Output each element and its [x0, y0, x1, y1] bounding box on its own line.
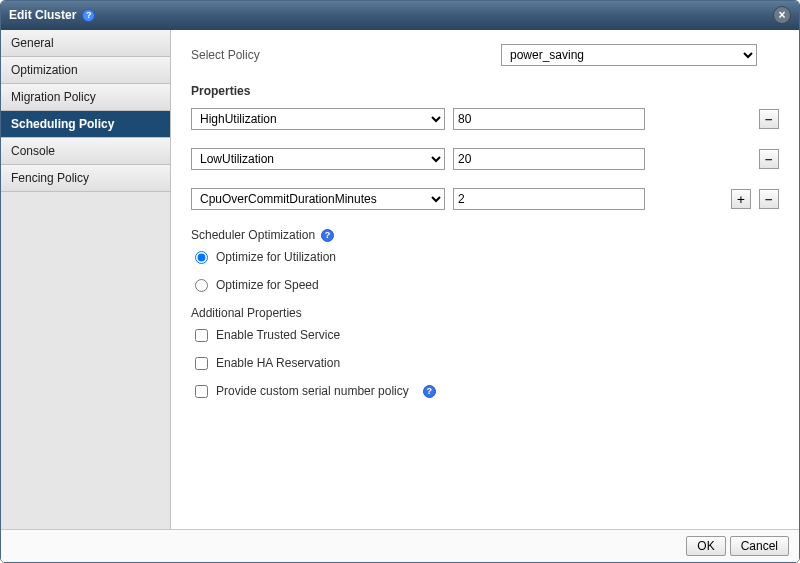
help-icon[interactable]: ?	[423, 385, 436, 398]
property-value-input[interactable]	[453, 188, 645, 210]
content-pane: Select Policy power_saving Properties Hi…	[171, 30, 799, 529]
dialog-title: Edit Cluster	[9, 8, 76, 22]
select-policy-dropdown[interactable]: power_saving	[501, 44, 757, 66]
additional-prop-row: Enable Trusted Service	[195, 328, 779, 342]
help-icon[interactable]: ?	[82, 9, 95, 22]
scheduler-option-label: Optimize for Utilization	[216, 250, 336, 264]
property-name-dropdown[interactable]: LowUtilization	[191, 148, 445, 170]
remove-property-button[interactable]: −	[759, 189, 779, 209]
remove-property-button[interactable]: −	[759, 109, 779, 129]
properties-heading: Properties	[191, 84, 779, 98]
property-name-dropdown[interactable]: CpuOverCommitDurationMinutes	[191, 188, 445, 210]
additional-prop-checkbox[interactable]	[195, 357, 208, 370]
help-icon[interactable]: ?	[321, 229, 334, 242]
additional-prop-checkbox[interactable]	[195, 385, 208, 398]
titlebar: Edit Cluster ? ×	[1, 1, 799, 30]
additional-prop-checkbox[interactable]	[195, 329, 208, 342]
sidebar-item-migration-policy[interactable]: Migration Policy	[1, 84, 170, 111]
property-name-dropdown[interactable]: HighUtilization	[191, 108, 445, 130]
ok-button[interactable]: OK	[686, 536, 725, 556]
scheduler-opt-heading: Scheduler Optimization	[191, 228, 315, 242]
sidebar-item-label: Console	[11, 144, 55, 158]
property-row: HighUtilization−	[191, 108, 779, 130]
sidebar-item-fencing-policy[interactable]: Fencing Policy	[1, 165, 170, 192]
sidebar-item-console[interactable]: Console	[1, 138, 170, 165]
close-icon[interactable]: ×	[773, 6, 791, 24]
property-value-input[interactable]	[453, 148, 645, 170]
remove-property-button[interactable]: −	[759, 149, 779, 169]
cancel-button[interactable]: Cancel	[730, 536, 789, 556]
sidebar-item-label: Migration Policy	[11, 90, 96, 104]
additional-props-heading: Additional Properties	[191, 306, 302, 320]
property-row: CpuOverCommitDurationMinutes+−	[191, 188, 779, 210]
dialog-body: GeneralOptimizationMigration PolicySched…	[1, 30, 799, 529]
additional-prop-label: Enable HA Reservation	[216, 356, 340, 370]
scheduler-option-label: Optimize for Speed	[216, 278, 319, 292]
scheduler-option-row: Optimize for Speed	[195, 278, 779, 292]
select-policy-row: Select Policy power_saving	[191, 44, 779, 66]
sidebar-item-label: Scheduling Policy	[11, 117, 114, 131]
sidebar-item-optimization[interactable]: Optimization	[1, 57, 170, 84]
select-policy-label: Select Policy	[191, 48, 501, 62]
scheduler-option-radio[interactable]	[195, 279, 208, 292]
sidebar-item-label: General	[11, 36, 54, 50]
property-row: LowUtilization−	[191, 148, 779, 170]
add-property-button[interactable]: +	[731, 189, 751, 209]
sidebar-item-label: Optimization	[11, 63, 78, 77]
sidebar-item-general[interactable]: General	[1, 30, 170, 57]
additional-props-heading-row: Additional Properties	[191, 306, 779, 320]
sidebar-item-scheduling-policy[interactable]: Scheduling Policy	[1, 111, 170, 138]
property-value-input[interactable]	[453, 108, 645, 130]
titlebar-left: Edit Cluster ?	[9, 8, 95, 22]
sidebar-item-label: Fencing Policy	[11, 171, 89, 185]
scheduler-opt-heading-row: Scheduler Optimization ?	[191, 228, 779, 242]
scheduler-option-row: Optimize for Utilization	[195, 250, 779, 264]
additional-prop-label: Enable Trusted Service	[216, 328, 340, 342]
additional-prop-row: Enable HA Reservation	[195, 356, 779, 370]
dialog-footer: OK Cancel	[1, 529, 799, 562]
additional-prop-label: Provide custom serial number policy	[216, 384, 409, 398]
edit-cluster-dialog: Edit Cluster ? × GeneralOptimizationMigr…	[0, 0, 800, 563]
additional-prop-row: Provide custom serial number policy?	[195, 384, 779, 398]
scheduler-option-radio[interactable]	[195, 251, 208, 264]
sidebar: GeneralOptimizationMigration PolicySched…	[1, 30, 171, 529]
